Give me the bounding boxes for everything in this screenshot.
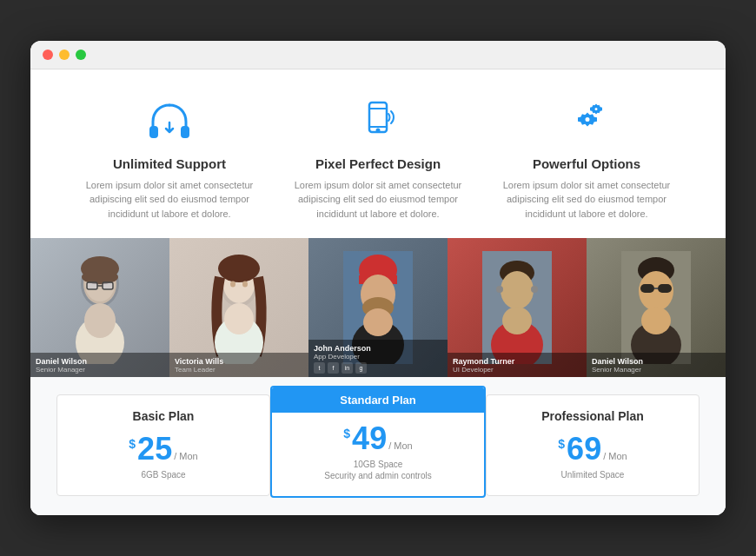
svg-point-35: [496, 286, 503, 293]
svg-point-36: [531, 286, 538, 293]
team-member-1: Daniel Wilson Senior Manager: [30, 238, 169, 377]
pricing-standard: Standard Plan $ 49 / Mon 10GB Space Secu…: [270, 386, 486, 498]
pricing-section: Basic Plan $ 25 / Mon 6GB Space Standard…: [30, 377, 726, 515]
team-role-5: Senior Manager: [592, 366, 720, 374]
svg-point-34: [501, 271, 534, 309]
standard-price-row: $ 49 / Mon: [282, 423, 474, 454]
pricing-professional: Professional Plan $ 69 / Mon Unlimited S…: [486, 394, 700, 496]
team-role-4: UI Developer: [453, 366, 581, 374]
main-window: Unlimited Support Lorem ipsum dolor sit …: [30, 41, 726, 516]
features-section: Unlimited Support Lorem ipsum dolor sit …: [30, 70, 726, 239]
team-role-3: App Developer: [314, 353, 442, 361]
professional-dollar-sign: $: [558, 437, 565, 451]
professional-plan-title: Professional Plan: [497, 409, 688, 423]
professional-price-row: $ 69 / Mon: [497, 434, 688, 465]
svg-rect-0: [150, 127, 157, 137]
team-name-2: Victoria Wills: [175, 357, 303, 366]
feature-pixel-perfect: Pixel Perfect Design Lorem ipsum dolor s…: [274, 96, 482, 222]
team-name-3: John Anderson: [314, 344, 442, 353]
standard-feature-1: 10GB Space: [282, 460, 474, 469]
standard-price-amount: 49: [352, 423, 387, 454]
gears-icon: [500, 96, 673, 148]
basic-price-period: / Mon: [174, 451, 198, 461]
svg-point-22: [242, 281, 248, 288]
feature-powerful-options-title: Powerful Options: [500, 156, 673, 171]
team-name-1: Daniel Wilson: [36, 357, 164, 366]
close-button[interactable]: [43, 50, 53, 60]
standard-plan-header: Standard Plan: [272, 387, 484, 413]
basic-plan-title: Basic Plan: [68, 409, 259, 423]
feature-unlimited-support-desc: Lorem ipsum dolor sit amet consectetur a…: [83, 178, 256, 222]
team-member-3: John Anderson App Developer t f in g: [308, 238, 448, 377]
minimize-button[interactable]: [59, 50, 70, 60]
professional-feature-1: Unlimited Space: [497, 470, 688, 480]
svg-point-12: [82, 270, 118, 284]
svg-point-6: [585, 116, 591, 122]
team-name-5: Daniel Wilson: [592, 357, 720, 366]
headphones-icon: [83, 96, 256, 148]
team-member-2: Victoria Wills Team Leader: [169, 238, 308, 377]
pricing-basic: Basic Plan $ 25 / Mon 6GB Space: [56, 394, 270, 496]
standard-price-period: / Mon: [388, 440, 413, 451]
team-overlay-2: Victoria Wills Team Leader: [169, 353, 308, 377]
svg-point-5: [377, 129, 380, 131]
team-overlay-3: John Anderson App Developer t f in g: [308, 340, 448, 377]
feature-powerful-options: Powerful Options Lorem ipsum dolor sit a…: [482, 96, 691, 222]
team-socials-3: t f in g: [314, 362, 442, 374]
svg-point-46: [641, 307, 671, 334]
team-section: Daniel Wilson Senior Manager: [30, 238, 726, 377]
basic-price-row: $ 25 / Mon: [68, 434, 259, 465]
basic-price-amount: 25: [137, 434, 172, 465]
svg-point-31: [363, 308, 393, 336]
team-overlay-5: Daniel Wilson Senior Manager: [587, 353, 726, 377]
facebook-icon[interactable]: f: [328, 362, 339, 374]
titlebar: [30, 41, 726, 70]
twitter-icon[interactable]: t: [314, 362, 325, 374]
professional-price-period: / Mon: [603, 451, 627, 461]
basic-dollar-sign: $: [129, 437, 136, 451]
feature-powerful-options-desc: Lorem ipsum dolor sit amet consectetur a…: [500, 178, 673, 222]
standard-dollar-sign: $: [343, 427, 350, 440]
page-content: Unlimited Support Lorem ipsum dolor sit …: [30, 70, 726, 516]
team-member-4: Raymond Turner UI Developer: [448, 238, 587, 377]
basic-feature-1: 6GB Space: [68, 470, 259, 480]
svg-rect-42: [640, 284, 654, 293]
google-icon[interactable]: g: [355, 362, 367, 374]
team-role-1: Senior Manager: [36, 366, 164, 374]
feature-unlimited-support: Unlimited Support Lorem ipsum dolor sit …: [65, 96, 274, 222]
feature-unlimited-support-title: Unlimited Support: [83, 156, 256, 171]
svg-rect-43: [658, 284, 672, 293]
team-overlay-1: Daniel Wilson Senior Manager: [30, 353, 169, 377]
team-overlay-4: Raymond Turner UI Developer: [448, 353, 587, 377]
professional-price-amount: 69: [567, 434, 601, 465]
svg-point-38: [502, 307, 532, 334]
linkedin-icon[interactable]: in: [342, 362, 353, 374]
standard-feature-2: Security and admin controls: [282, 471, 474, 480]
team-name-4: Raymond Turner: [453, 357, 581, 366]
svg-point-24: [224, 303, 254, 334]
svg-point-7: [594, 107, 599, 111]
mobile-icon: [291, 96, 465, 148]
feature-pixel-perfect-desc: Lorem ipsum dolor sit amet consectetur a…: [291, 178, 465, 222]
svg-rect-14: [103, 282, 113, 289]
team-member-5: Daniel Wilson Senior Manager: [587, 238, 726, 377]
svg-point-21: [230, 281, 235, 288]
svg-rect-13: [87, 282, 97, 289]
maximize-button[interactable]: [76, 50, 86, 60]
svg-rect-1: [182, 127, 189, 137]
feature-pixel-perfect-title: Pixel Perfect Design: [291, 156, 465, 171]
team-role-2: Team Leader: [175, 366, 303, 374]
svg-point-17: [84, 303, 116, 338]
